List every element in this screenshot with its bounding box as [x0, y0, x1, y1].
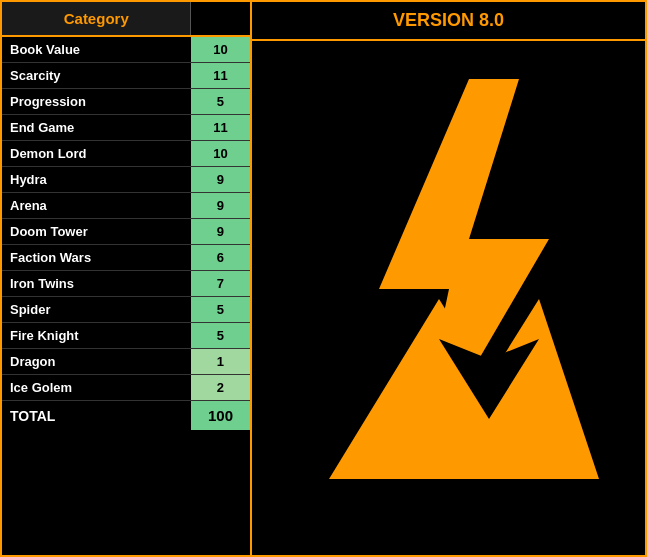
category-cell: Doom Tower [2, 219, 191, 245]
value-cell: 9 [191, 193, 250, 219]
table-row: Hydra9 [2, 167, 250, 193]
table-row: Progression5 [2, 89, 250, 115]
value-cell: 9 [191, 167, 250, 193]
category-cell: Fire Knight [2, 323, 191, 349]
value-cell: 5 [191, 89, 250, 115]
category-header: Category [2, 2, 191, 36]
value-cell: 9 [191, 219, 250, 245]
table-row: Scarcity11 [2, 63, 250, 89]
value-cell: 10 [191, 141, 250, 167]
value-cell: 2 [191, 375, 250, 401]
table-section: Category Book Value10Scarcity11Progressi… [2, 2, 252, 555]
value-cell: 11 [191, 63, 250, 89]
total-label: TOTAL [2, 401, 191, 431]
total-value: 100 [191, 401, 250, 431]
value-cell: 7 [191, 271, 250, 297]
category-cell: Arena [2, 193, 191, 219]
version-header: VERSION 8.0 [252, 2, 645, 41]
category-cell: Ice Golem [2, 375, 191, 401]
table-row: Book Value10 [2, 36, 250, 63]
category-cell: Iron Twins [2, 271, 191, 297]
table-row: Demon Lord10 [2, 141, 250, 167]
table-row: Spider5 [2, 297, 250, 323]
value-cell: 10 [191, 36, 250, 63]
value-header [191, 2, 250, 36]
table-row: Iron Twins7 [2, 271, 250, 297]
category-cell: Dragon [2, 349, 191, 375]
game-logo [279, 59, 619, 499]
main-container: Category Book Value10Scarcity11Progressi… [0, 0, 647, 557]
scores-table: Category Book Value10Scarcity11Progressi… [2, 2, 250, 430]
table-row: Doom Tower9 [2, 219, 250, 245]
category-cell: Spider [2, 297, 191, 323]
table-row: Faction Wars6 [2, 245, 250, 271]
value-cell: 1 [191, 349, 250, 375]
logo-section: VERSION 8.0 [252, 2, 645, 555]
table-row: Fire Knight5 [2, 323, 250, 349]
category-cell: Scarcity [2, 63, 191, 89]
table-row: Dragon1 [2, 349, 250, 375]
value-cell: 5 [191, 323, 250, 349]
table-row: End Game11 [2, 115, 250, 141]
table-row: Arena9 [2, 193, 250, 219]
value-cell: 11 [191, 115, 250, 141]
value-cell: 6 [191, 245, 250, 271]
category-cell: Hydra [2, 167, 191, 193]
category-cell: Progression [2, 89, 191, 115]
category-cell: Faction Wars [2, 245, 191, 271]
category-cell: Demon Lord [2, 141, 191, 167]
category-cell: Book Value [2, 36, 191, 63]
table-row: Ice Golem2 [2, 375, 250, 401]
value-cell: 5 [191, 297, 250, 323]
category-cell: End Game [2, 115, 191, 141]
